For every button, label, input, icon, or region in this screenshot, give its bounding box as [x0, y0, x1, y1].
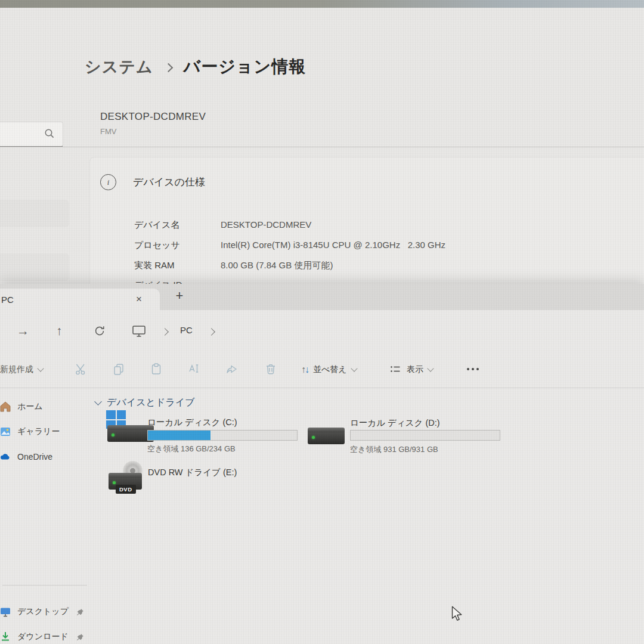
photo-edge-band [0, 0, 644, 8]
sidebar-item-label: ギャラリー [17, 426, 60, 437]
spec-value: DESKTOP-DCDMREV [221, 219, 311, 231]
capacity-bar [147, 430, 298, 441]
settings-nav-item-ghost[interactable] [0, 253, 69, 281]
spec-value: Intel(R) Core(TM) i3-8145U CPU @ 2.10GHz… [221, 240, 445, 251]
refresh-button[interactable] [91, 322, 109, 340]
page-title: バージョン情報 [184, 55, 306, 78]
group-header-devices-and-drives[interactable]: デバイスとドライブ [95, 397, 194, 409]
file-explorer-window: PC × + → ↑ PC [0, 284, 644, 644]
plus-icon: + [176, 288, 184, 304]
computer-name: DESKTOP-DCDMREV [100, 111, 206, 123]
close-icon: × [136, 293, 142, 305]
settings-search-input[interactable] [0, 122, 63, 147]
breadcrumb-system[interactable]: システム [85, 56, 153, 78]
tab-close-button[interactable]: × [132, 293, 145, 306]
drive-name: ローカル ディスク (C:) [147, 417, 237, 428]
drive-led [112, 434, 114, 436]
pin-icon [76, 633, 84, 641]
sidebar-item-label: ダウンロード [17, 631, 69, 642]
tab-pc[interactable]: PC × [0, 289, 160, 310]
pin-icon [76, 608, 84, 616]
new-button-label: 新規作成 [0, 364, 33, 375]
free-space-label: 空き領域 931 GB/931 GB [350, 444, 438, 455]
forward-icon: → [17, 324, 29, 338]
mouse-cursor [450, 606, 465, 624]
command-toolbar: 新規作成 [0, 352, 644, 388]
sort-button[interactable]: ↑↓ 並べ替え [301, 359, 357, 380]
sidebar-item-label: ホーム [17, 401, 43, 412]
tab-title: PC [1, 295, 14, 305]
sidebar-item-gallery[interactable]: ギャラリー [0, 420, 88, 444]
sidebar-item-home[interactable]: ホーム [0, 395, 88, 419]
device-spec-header: i デバイスの仕様 [100, 174, 205, 190]
search-icon [44, 128, 55, 140]
sidebar-item-onedrive[interactable]: OneDrive [0, 445, 88, 469]
onedrive-cloud-icon [0, 451, 11, 463]
info-icon: i [100, 174, 116, 190]
downloads-icon [0, 631, 11, 643]
hard-drive-icon [308, 431, 345, 444]
device-spec-title: デバイスの仕様 [133, 175, 205, 189]
this-pc-icon [131, 324, 147, 338]
refresh-icon [93, 324, 106, 338]
sidebar-item-desktop[interactable]: デスクトップ [0, 600, 88, 624]
paste-icon [149, 362, 163, 376]
copy-icon [112, 362, 126, 376]
tab-strip: PC × + [0, 284, 644, 310]
capacity-bar [350, 430, 500, 441]
spec-row-processor: プロセッサ Intel(R) Core(TM) i3-8145U CPU @ 2… [134, 240, 445, 251]
drive-led [113, 481, 116, 484]
desktop-icon [0, 606, 11, 618]
sidebar: ホーム ギャラリー OneDrive [0, 388, 89, 644]
more-options-button[interactable] [464, 360, 482, 378]
delete-button[interactable] [262, 360, 280, 378]
computer-manufacturer: FMV [100, 127, 116, 136]
group-header-label: デバイスとドライブ [107, 397, 194, 409]
photographed-screen: システム バージョン情報 DESKTOP-DCDMREV FMV i デバイスの… [0, 0, 644, 644]
sidebar-item-label: OneDrive [17, 452, 52, 462]
settings-nav-item-ghost[interactable] [0, 200, 69, 227]
share-button[interactable] [223, 360, 241, 378]
chevron-down-icon [37, 365, 44, 371]
view-button-label: 表示 [407, 364, 423, 375]
copy-button[interactable] [110, 360, 128, 378]
view-icon [389, 363, 402, 376]
address-root-button[interactable] [130, 322, 148, 340]
cut-button[interactable] [72, 360, 90, 378]
rename-button[interactable] [185, 360, 203, 378]
chevron-down-icon [94, 398, 102, 405]
home-icon [0, 401, 11, 413]
new-tab-button[interactable]: + [172, 287, 187, 305]
divider [0, 147, 644, 147]
breadcrumb: システム バージョン情報 [85, 55, 306, 78]
spec-label: 実装 RAM [134, 260, 221, 271]
navigation-bar: → ↑ PC [0, 310, 644, 352]
drive-list: デバイスとドライブ ローカル ディスク (C:) 空き領域 136 GB/234… [89, 388, 644, 644]
sort-icon: ↑↓ [301, 364, 308, 375]
sidebar-item-downloads[interactable]: ダウンロード [0, 625, 88, 644]
spec-label: デバイス名 [134, 219, 221, 231]
free-space-label: 空き領域 136 GB/234 GB [147, 444, 236, 454]
up-icon: ↑ [56, 324, 63, 338]
sort-button-label: 並べ替え [313, 364, 347, 375]
spec-label: プロセッサ [134, 240, 221, 251]
gallery-icon [0, 426, 11, 438]
drive-name: DVD RW ドライブ (E:) [148, 467, 237, 478]
scissors-icon [74, 362, 88, 376]
view-button[interactable]: 表示 [389, 359, 433, 380]
new-button[interactable]: 新規作成 [0, 359, 43, 380]
forward-button[interactable]: → [17, 321, 29, 341]
up-button[interactable]: ↑ [56, 321, 63, 341]
trash-icon [264, 362, 278, 376]
spec-row-ram: 実装 RAM 8.00 GB (7.84 GB 使用可能) [134, 260, 333, 271]
dvd-badge: DVD [116, 485, 136, 494]
breadcrumb-chevron-icon[interactable] [161, 328, 169, 336]
sidebar-divider [2, 585, 87, 586]
drive-led [312, 436, 315, 439]
capacity-bar-fill [148, 431, 210, 440]
breadcrumb-chevron-icon[interactable] [208, 328, 215, 336]
paste-button[interactable] [147, 360, 165, 378]
sidebar-item-label: デスクトップ [17, 606, 69, 617]
breadcrumb-pc[interactable]: PC [180, 325, 193, 335]
more-icon [467, 368, 479, 370]
